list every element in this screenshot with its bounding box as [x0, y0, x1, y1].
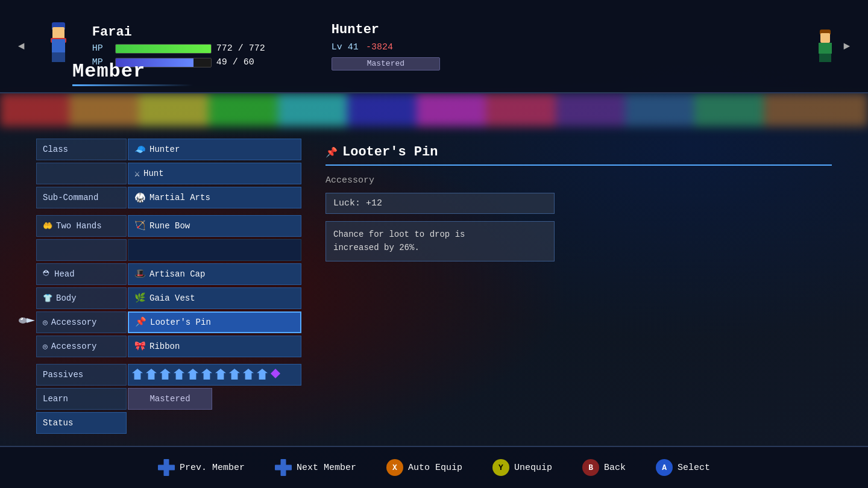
passives-label: Passives: [36, 364, 127, 386]
body-icon: 🌿: [134, 292, 146, 304]
x-button-icon: X: [386, 459, 403, 476]
main-content: Class 🧢 Hunter ⚔️ Hunt Sub-Command 🥋 Mar…: [0, 127, 868, 446]
prev-member-action[interactable]: Prev. Member: [158, 459, 245, 476]
weapon-label: 🤲 Two Hands: [36, 215, 127, 237]
subcommand-value[interactable]: 🥋 Martial Arts: [128, 187, 301, 208]
hp-bar-fill: [116, 45, 211, 53]
status-button[interactable]: Status: [36, 412, 127, 434]
y-button-icon: Y: [492, 459, 509, 476]
unequip-action[interactable]: Y Unequip: [492, 459, 552, 476]
svg-marker-1: [27, 318, 35, 323]
passive-gem-6: [201, 369, 213, 381]
empty-weapon-slot-row: [36, 239, 301, 261]
mp-values: 49 / 60: [216, 57, 254, 67]
member-underline: [72, 84, 193, 86]
item-title-row: 📌 Looter's Pin: [326, 145, 832, 166]
class-sprite: [813, 30, 837, 63]
a-button-icon: A: [656, 459, 673, 476]
class-name: Hunter: [332, 22, 440, 37]
learn-value[interactable]: Mastered: [128, 388, 212, 410]
passive-gem-2: [146, 369, 158, 381]
acc2-icon: 🎀: [134, 340, 146, 352]
passives-row: Passives: [36, 364, 301, 386]
passive-gem-7: [215, 369, 227, 381]
next-character-arrow[interactable]: ►: [843, 40, 850, 52]
subcommand-icon: 🥋: [134, 192, 146, 204]
accessory1-row: ◎ Accessory 📌 Looter's Pin: [36, 311, 301, 333]
acc2-slot-icon: ◎: [43, 342, 48, 351]
bottom-bar: Prev. Member Next Member X Auto Equip Y …: [0, 446, 868, 488]
passive-gem-4: [174, 369, 186, 381]
weapon-icon: 🏹: [134, 220, 146, 231]
accessory2-row: ◎ Accessory 🎀 Ribbon: [36, 336, 301, 357]
mastered-label: Mastered: [367, 59, 404, 68]
passive-gem-8: [229, 369, 241, 381]
acc1-slot-icon: ◎: [43, 318, 48, 327]
auto-equip-action[interactable]: X Auto Equip: [386, 459, 462, 476]
character-name: Farai: [92, 25, 265, 40]
empty-weapon-value[interactable]: [128, 239, 301, 261]
dpad-right-icon: [275, 459, 292, 476]
body-slot-icon: 👕: [43, 293, 52, 303]
svg-point-0: [19, 318, 27, 324]
equipment-panel: Class 🧢 Hunter ⚔️ Hunt Sub-Command 🥋 Mar…: [36, 139, 301, 434]
body-value[interactable]: 🌿 Gaia Vest: [128, 287, 301, 309]
prev-member-label: Prev. Member: [180, 463, 245, 473]
passive-gem-5: [187, 369, 200, 381]
passives-icons[interactable]: [128, 364, 301, 386]
empty-weapon-label: [36, 239, 127, 261]
b-button-icon: B: [582, 459, 599, 476]
class-row: Class 🧢 Hunter: [36, 139, 301, 160]
spacer1: [36, 211, 301, 213]
hp-row: HP 772 / 772: [92, 43, 265, 54]
passive-gem-10: [257, 369, 269, 381]
weapon-value[interactable]: 🏹 Rune Bow: [128, 215, 301, 237]
head-row: ⛑ Head 🎩 Artisan Cap: [36, 263, 301, 285]
level-text: Lv 41: [332, 42, 359, 52]
back-action[interactable]: B Back: [582, 459, 626, 476]
item-stat-value: +12: [366, 198, 382, 208]
item-description: Chance for loot to drop isincreased by 2…: [326, 221, 555, 261]
hp-label: HP: [92, 43, 110, 54]
acc1-icon: 📌: [135, 316, 146, 328]
class-value[interactable]: 🧢 Hunter: [128, 139, 301, 160]
acc2-value[interactable]: 🎀 Ribbon: [128, 336, 301, 357]
subcommand-label: Sub-Command: [36, 187, 127, 208]
hunt-value[interactable]: ⚔️ Hunt: [128, 163, 301, 184]
prev-character-arrow[interactable]: ◄: [18, 40, 25, 52]
weapon-row: 🤲 Two Hands 🏹 Rune Bow: [36, 215, 301, 237]
hp-bar: [115, 44, 212, 54]
details-panel: 📌 Looter's Pin Accessory Luck: +12 Chanc…: [326, 139, 832, 434]
body-row: 👕 Body 🌿 Gaia Vest: [36, 287, 301, 309]
subcommand-row: Sub-Command 🥋 Martial Arts: [36, 187, 301, 208]
acc1-label: ◎ Accessory: [36, 311, 127, 333]
select-action[interactable]: A Select: [656, 459, 710, 476]
item-title: Looter's Pin: [342, 145, 438, 160]
class-label: Class: [36, 139, 127, 160]
body-label: 👕 Body: [36, 287, 127, 309]
character-sprite: [43, 22, 74, 70]
unequip-label: Unequip: [514, 463, 552, 473]
acc1-value[interactable]: 📌 Looter's Pin: [128, 311, 301, 333]
learn-row: Learn Mastered: [36, 388, 301, 410]
hunt-row: ⚔️ Hunt: [36, 163, 301, 184]
head-value[interactable]: 🎩 Artisan Cap: [128, 263, 301, 285]
member-label: Member: [72, 60, 145, 83]
item-stat-label: Luck:: [333, 198, 360, 208]
spacer2: [36, 360, 301, 361]
passive-gem-9: [243, 369, 255, 381]
head-icon: 🎩: [134, 268, 146, 280]
class-sprite-section: ►: [813, 30, 850, 63]
hp-values: 772 / 772: [216, 43, 265, 54]
weapon-slot-icon: 🤲: [43, 221, 52, 231]
exp-value: -3824: [366, 42, 393, 52]
status-row: Status: [36, 412, 301, 434]
selection-cursor: [18, 313, 36, 331]
item-stat-block: Luck: +12: [326, 193, 555, 214]
dpad-left-icon: [158, 459, 175, 476]
class-section: Hunter Lv 41 -3824 Mastered: [332, 22, 440, 70]
class-icon: 🧢: [134, 144, 146, 155]
mastered-bar: Mastered: [332, 57, 440, 70]
next-member-action[interactable]: Next Member: [275, 459, 356, 476]
passive-gem-3: [160, 369, 172, 381]
